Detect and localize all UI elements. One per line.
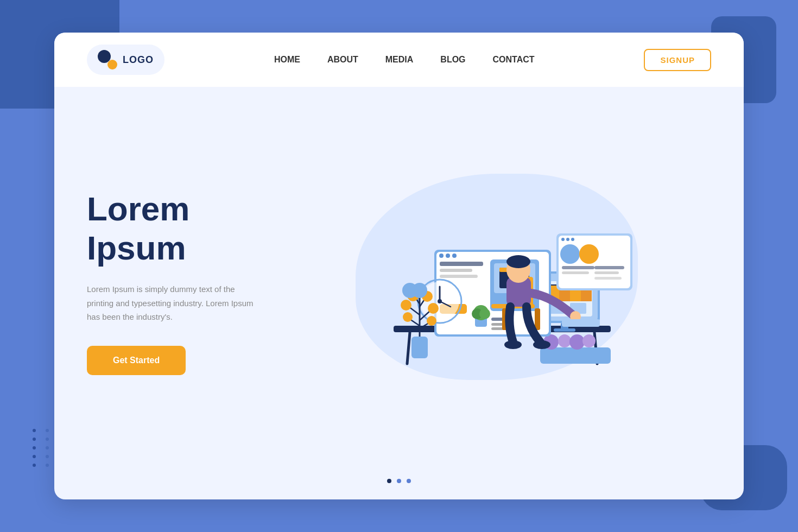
navbar: LOGO HOME ABOUT MEDIA BLOG CONTACT SIGNU… [54,33,744,87]
svg-point-48 [560,244,580,264]
svg-point-47 [571,238,574,241]
svg-point-59 [438,299,442,303]
svg-rect-3 [540,347,611,364]
hero-illustration [345,168,649,385]
svg-rect-51 [562,271,589,274]
hero-description: Lorem Ipsum is simply dummy text of the … [87,282,255,324]
hero-title: Lorem Ipsum [87,189,293,267]
svg-point-5 [558,334,571,347]
get-started-button[interactable]: Get Started [87,346,186,375]
svg-point-49 [579,244,599,264]
nav-links: HOME ABOUT MEDIA BLOG CONTACT [274,55,535,65]
logo-text: LOGO [123,54,154,66]
svg-rect-52 [594,266,624,269]
pagination-dot-3[interactable] [407,479,411,483]
svg-rect-71 [411,337,428,358]
hero-text: Lorem Ipsum Lorem Ipsum is simply dummy … [87,179,293,375]
svg-rect-70 [562,319,600,327]
signup-button[interactable]: SIGNUP [644,49,711,71]
svg-rect-30 [440,262,483,266]
svg-rect-53 [594,271,619,274]
svg-point-45 [561,238,565,241]
svg-rect-14 [554,328,575,332]
svg-point-74 [401,300,411,311]
svg-point-76 [428,303,439,314]
svg-point-66 [506,255,530,268]
logo-area: LOGO [87,45,164,75]
svg-point-69 [533,340,550,349]
nav-home[interactable]: HOME [274,55,300,65]
pagination [387,479,411,483]
main-content: Lorem Ipsum Lorem Ipsum is simply dummy … [54,87,744,467]
svg-point-68 [504,340,522,349]
svg-point-27 [439,254,444,258]
svg-point-90 [479,308,490,319]
svg-point-78 [403,312,413,322]
illustration [293,109,700,445]
svg-point-29 [452,254,457,258]
svg-point-28 [446,254,450,258]
main-card: LOGO HOME ABOUT MEDIA BLOG CONTACT SIGNU… [54,33,744,499]
svg-rect-50 [562,266,594,269]
svg-rect-32 [440,275,478,278]
svg-point-86 [402,283,417,298]
nav-blog[interactable]: BLOG [440,55,465,65]
nav-contact[interactable]: CONTACT [493,55,535,65]
nav-media[interactable]: MEDIA [385,55,414,65]
svg-line-1 [407,332,410,364]
svg-rect-62 [535,308,540,330]
nav-about[interactable]: ABOUT [327,55,358,65]
svg-point-80 [427,316,436,326]
svg-point-6 [569,334,585,350]
logo-icon [98,50,117,69]
svg-rect-54 [594,277,622,280]
svg-rect-31 [440,269,472,272]
logo-circle-orange [107,60,117,69]
svg-point-46 [566,238,569,241]
svg-point-7 [582,334,596,347]
pagination-dot-2[interactable] [397,479,401,483]
pagination-dot-1[interactable] [387,479,391,483]
